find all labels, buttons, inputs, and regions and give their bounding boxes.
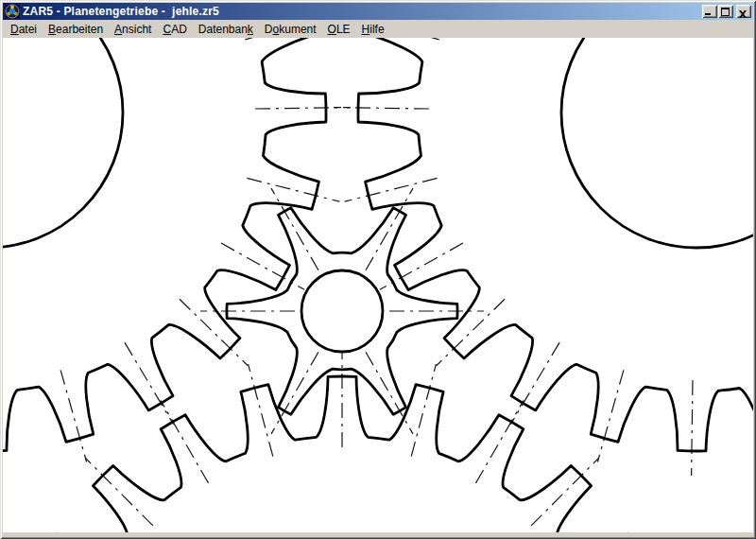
- menu-item-dokument[interactable]: Dokument: [259, 21, 322, 38]
- title-bar[interactable]: ZAR5 - Planetengetriebe - jehle.zr5: [3, 3, 753, 20]
- close-button[interactable]: [736, 5, 751, 18]
- maximize-icon: [721, 8, 730, 16]
- screen: ZAR5 - Planetengetriebe - jehle.zr5 Date…: [0, 0, 756, 539]
- close-icon: [739, 7, 747, 14]
- window-controls: [702, 5, 751, 18]
- menu-item-datenbank[interactable]: Datenbank: [193, 21, 259, 38]
- app-icon: [5, 4, 20, 19]
- minimize-icon: [705, 13, 711, 15]
- menu-bar: DateiBearbeitenAnsichtCADDatenbankDokume…: [3, 20, 753, 38]
- menu-item-hilfe[interactable]: Hilfe: [356, 21, 390, 38]
- menu-item-datei[interactable]: Datei: [5, 21, 43, 38]
- menu-item-cad[interactable]: CAD: [157, 21, 192, 38]
- gear-drawing: [3, 38, 753, 532]
- window-title: ZAR5 - Planetengetriebe - jehle.zr5: [23, 3, 702, 20]
- menu-item-bearbeiten[interactable]: Bearbeiten: [43, 21, 109, 38]
- drawing-area[interactable]: [3, 38, 753, 532]
- maximize-button[interactable]: [718, 5, 733, 18]
- minimize-button[interactable]: [702, 5, 717, 18]
- menu-item-ansicht[interactable]: Ansicht: [109, 21, 157, 38]
- app-window: ZAR5 - Planetengetriebe - jehle.zr5 Date…: [0, 0, 756, 539]
- drawing-background: [3, 38, 753, 532]
- menu-item-ole[interactable]: OLE: [322, 21, 356, 38]
